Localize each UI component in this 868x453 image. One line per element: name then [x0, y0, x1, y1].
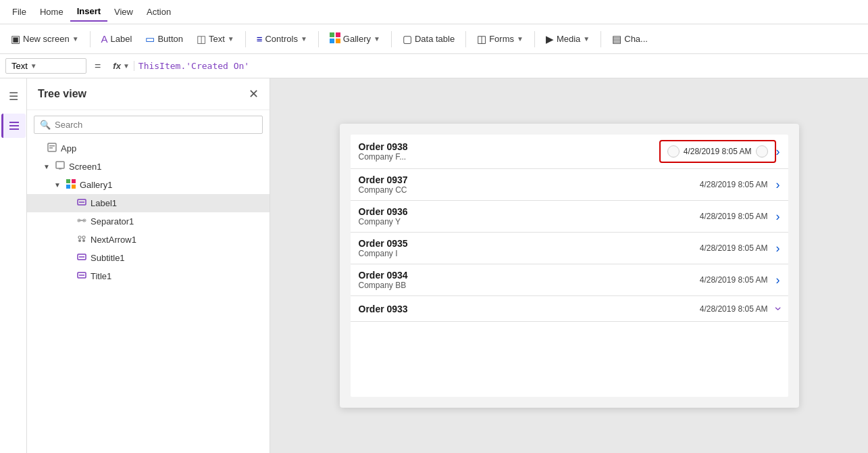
tree-item-separator1[interactable]: Separator1: [27, 212, 270, 231]
chart-button[interactable]: ▤ Cha...: [607, 30, 653, 49]
controls-button[interactable]: ≡ Controls ▼: [251, 30, 313, 48]
row-date-0937: 4/28/2019 8:05 AM: [700, 180, 768, 189]
new-screen-button[interactable]: ▣ New screen ▼: [5, 30, 84, 49]
new-screen-label: New screen: [23, 34, 70, 44]
row-content-0933: Order 0933: [359, 304, 692, 314]
divider-5: [465, 31, 466, 47]
tree-item-screen1[interactable]: ▼ Screen1: [27, 158, 270, 176]
media-button[interactable]: ▶ Media ▼: [540, 30, 595, 49]
tree-item-label: Screen1: [69, 162, 101, 172]
svg-point-24: [82, 239, 85, 242]
svg-point-21: [78, 236, 81, 239]
divider-1: [90, 31, 91, 47]
media-caret: ▼: [583, 35, 590, 43]
svg-rect-9: [49, 147, 53, 149]
formula-input-display[interactable]: ThisItem.'Created On': [138, 61, 863, 71]
svg-rect-12: [66, 179, 70, 183]
tree-close-button[interactable]: ✕: [246, 85, 261, 103]
svg-rect-3: [336, 39, 340, 43]
tree-item-title1[interactable]: Title1: [27, 267, 270, 285]
menu-home[interactable]: Home: [33, 3, 70, 21]
gallery-row-0933[interactable]: Order 0933 4/28/2019 8:05 AM ›: [351, 296, 788, 322]
divider-7: [601, 31, 601, 47]
fx-label: fx: [113, 61, 121, 71]
row-arrow-0937[interactable]: ›: [776, 178, 780, 192]
row-content-0938: Order 0938 Company F...: [359, 141, 659, 162]
row-arrow-0934[interactable]: ›: [776, 273, 780, 287]
menu-file[interactable]: File: [5, 3, 33, 21]
icon-bar: ☰: [0, 78, 27, 453]
svg-rect-2: [330, 39, 334, 43]
row-subtitle-0936: Company Y: [359, 217, 692, 226]
gallery-icon: [330, 32, 340, 45]
row-content-0935: Order 0935 Company I: [359, 238, 692, 258]
svg-rect-11: [59, 168, 61, 170]
tree-item-nextarrow1[interactable]: NextArrow1: [27, 231, 270, 249]
forms-label: Forms: [489, 34, 514, 44]
label-button[interactable]: A Label: [96, 30, 138, 48]
button-button[interactable]: ▭ Button: [140, 30, 188, 49]
row-title-0935: Order 0935: [359, 238, 692, 249]
controls-icon: ≡: [257, 33, 263, 45]
tree-item-subtitle1[interactable]: Subtitle1: [27, 249, 270, 267]
tree-item-label: Gallery1: [80, 180, 112, 190]
button-label: Button: [157, 34, 183, 44]
row-subtitle-0934: Company BB: [359, 281, 692, 290]
text-button[interactable]: ◫ Text ▼: [191, 30, 240, 49]
formula-bar: Text ▼ = fx ▼ ThisItem.'Created On': [0, 54, 868, 78]
date-widget-0938: 4/28/2019 8:05 AM: [659, 140, 776, 163]
layers-icon[interactable]: [1, 114, 26, 138]
svg-rect-4: [9, 122, 19, 123]
screen-node-icon: [55, 161, 65, 172]
app-node-icon: [47, 143, 57, 154]
gallery-row-0934[interactable]: Order 0934 Company BB 4/28/2019 8:05 AM …: [351, 264, 788, 296]
media-label: Media: [557, 34, 580, 44]
gallery-row-0935[interactable]: Order 0935 Company I 4/28/2019 8:05 AM ›: [351, 233, 788, 264]
controls-label: Controls: [265, 34, 297, 44]
svg-point-22: [82, 236, 85, 239]
date-circle-right: [756, 145, 768, 158]
svg-rect-10: [56, 162, 64, 168]
tree-item-app[interactable]: App: [27, 139, 270, 158]
title-node-icon: [77, 270, 86, 282]
main-layout: ☰ Tree view ✕ 🔍 App ▼: [0, 78, 868, 453]
tree-search-box[interactable]: 🔍: [34, 116, 263, 134]
property-dropdown[interactable]: Text ▼: [5, 58, 86, 74]
fx-area[interactable]: fx ▼: [109, 61, 134, 71]
menu-view[interactable]: View: [107, 3, 140, 21]
row-title-0934: Order 0934: [359, 270, 692, 281]
tree-item-label1[interactable]: Label1: [27, 194, 270, 212]
svg-rect-13: [72, 179, 76, 183]
expand-icon: ▼: [43, 163, 51, 170]
row-date-0934: 4/28/2019 8:05 AM: [700, 275, 768, 285]
svg-rect-5: [9, 125, 19, 126]
menu-insert[interactable]: Insert: [70, 2, 107, 22]
equals-sign: =: [91, 60, 105, 72]
gallery-row-0936[interactable]: Order 0936 Company Y 4/28/2019 8:05 AM ›: [351, 201, 788, 233]
search-input[interactable]: [55, 120, 257, 130]
menu-bar: File Home Insert View Action: [0, 0, 868, 24]
gallery-container: Order 0938 Company F... 4/28/2019 8:05 A…: [351, 135, 788, 397]
menu-action[interactable]: Action: [140, 3, 178, 21]
gallery-row-0938[interactable]: Order 0938 Company F... 4/28/2019 8:05 A…: [351, 135, 788, 169]
property-value: Text: [11, 61, 28, 71]
row-arrow-0935[interactable]: ›: [776, 241, 780, 256]
divider-4: [391, 31, 392, 47]
button-icon: ▭: [145, 33, 155, 45]
row-arrow-0936[interactable]: ›: [776, 210, 780, 224]
gallery-row-0937[interactable]: Order 0937 Company CC 4/28/2019 8:05 AM …: [351, 169, 788, 201]
forms-button[interactable]: ◫ Forms ▼: [471, 30, 529, 49]
data-table-button[interactable]: ▢ Data table: [397, 30, 460, 49]
hamburger-menu-icon[interactable]: ☰: [1, 84, 26, 108]
row-title-0936: Order 0936: [359, 206, 692, 217]
tree-title: Tree view: [38, 88, 86, 100]
row-content-0936: Order 0936 Company Y: [359, 206, 692, 226]
tree-item-gallery1[interactable]: ▼ Gallery1: [27, 176, 270, 194]
row-content-0934: Order 0934 Company BB: [359, 270, 692, 290]
label-label: Label: [111, 34, 132, 44]
svg-rect-1: [336, 32, 340, 37]
gallery-button[interactable]: Gallery ▼: [324, 29, 386, 49]
row-arrow-0933[interactable]: ›: [771, 307, 785, 311]
row-arrow-0938[interactable]: ›: [776, 145, 780, 159]
controls-caret: ▼: [301, 35, 307, 43]
